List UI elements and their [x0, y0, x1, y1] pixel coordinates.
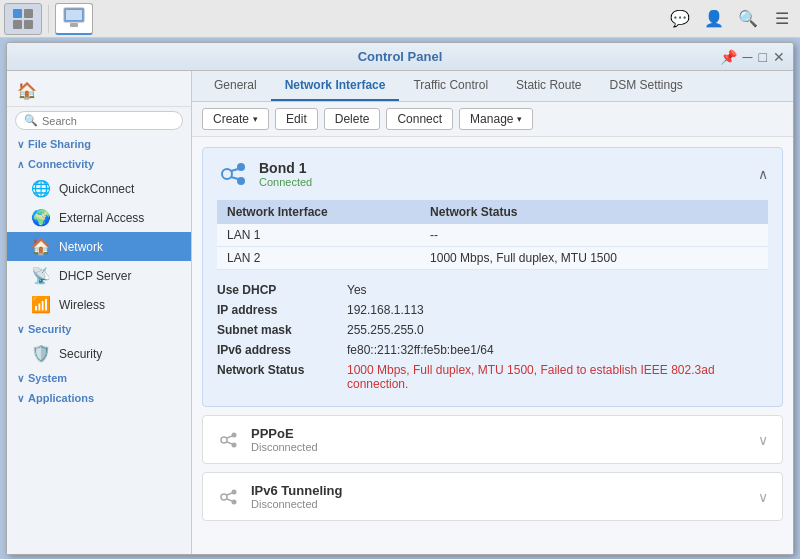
detail-value-ipv6: fe80::211:32ff:fe5b:bee1/64 [347, 343, 494, 357]
sidebar-section-system[interactable]: ∨ System [7, 368, 191, 388]
connect-button[interactable]: Connect [386, 108, 453, 130]
sidebar-section-label: Applications [28, 392, 94, 404]
pppoe-card[interactable]: PPPoE Disconnected ∨ [202, 415, 783, 464]
sidebar-item-wireless[interactable]: 📶 Wireless [7, 290, 191, 319]
dhcp-icon: 📡 [31, 266, 51, 285]
sidebar-item-network[interactable]: 🏠 Network [7, 232, 191, 261]
sidebar-section-label: Connectivity [28, 158, 94, 170]
create-button[interactable]: Create ▾ [202, 108, 269, 130]
chevron-down-icon: ∨ [17, 139, 24, 150]
maximize-button[interactable]: □ [759, 49, 767, 65]
close-button[interactable]: ✕ [773, 49, 785, 65]
ipv6-tunneling-chevron-icon[interactable]: ∨ [758, 489, 768, 505]
tab-traffic-control[interactable]: Traffic Control [399, 71, 502, 101]
search-icon: 🔍 [24, 114, 38, 127]
sidebar-section-connectivity[interactable]: ∧ Connectivity [7, 154, 191, 174]
sidebar-item-quickconnect[interactable]: 🌐 QuickConnect [7, 174, 191, 203]
user-icon[interactable]: 👤 [700, 5, 728, 33]
bond1-card: Bond 1 Connected ∧ Network Interface Net… [202, 147, 783, 407]
svg-rect-5 [66, 10, 82, 20]
ipv6-tunneling-status: Disconnected [251, 498, 343, 510]
svg-point-14 [232, 442, 237, 447]
svg-point-18 [232, 489, 237, 494]
sidebar-section-applications[interactable]: ∨ Applications [7, 388, 191, 408]
tab-dsm-settings[interactable]: DSM Settings [595, 71, 696, 101]
taskbar-app-control-panel[interactable] [55, 3, 93, 35]
tab-general[interactable]: General [200, 71, 271, 101]
chevron-down-icon: ∨ [17, 393, 24, 404]
ipv6-tunneling-info: IPv6 Tunneling Disconnected [251, 483, 343, 510]
chat-icon[interactable]: 💬 [666, 5, 694, 33]
svg-rect-3 [24, 20, 33, 29]
menu-icon[interactable]: ☰ [768, 5, 796, 33]
control-panel-window: Control Panel 📌 ─ □ ✕ 🏠 🔍 ∨ File Sharing [6, 42, 794, 555]
table-row: LAN 2 1000 Mbps, Full duplex, MTU 1500 [217, 247, 768, 270]
table-cell-interface: LAN 1 [217, 224, 420, 247]
manage-button[interactable]: Manage ▾ [459, 108, 533, 130]
svg-rect-2 [13, 20, 22, 29]
bond1-chevron-icon[interactable]: ∧ [758, 166, 768, 182]
bond1-body: Network Interface Network Status LAN 1 -… [203, 200, 782, 406]
svg-line-11 [231, 177, 238, 179]
tab-network-interface[interactable]: Network Interface [271, 71, 400, 101]
sidebar-section-file-sharing[interactable]: ∨ File Sharing [7, 134, 191, 154]
chevron-down-icon: ∨ [17, 373, 24, 384]
pppoe-info: PPPoE Disconnected [251, 426, 318, 453]
svg-rect-0 [13, 9, 22, 18]
network-icon: 🏠 [31, 237, 51, 256]
sidebar-item-label: DHCP Server [59, 269, 131, 283]
sidebar-section-label: System [28, 372, 67, 384]
manage-dropdown-icon: ▾ [517, 114, 522, 124]
security-icon: 🛡️ [31, 344, 51, 363]
external-access-icon: 🌍 [31, 208, 51, 227]
svg-point-7 [222, 169, 232, 179]
bond1-header[interactable]: Bond 1 Connected ∧ [203, 148, 782, 200]
detail-value-ip: 192.168.1.113 [347, 303, 424, 317]
sidebar-item-dhcp-server[interactable]: 📡 DHCP Server [7, 261, 191, 290]
taskbar-separator [48, 5, 49, 33]
svg-line-21 [227, 499, 232, 501]
ipv6-tunneling-title: IPv6 Tunneling [251, 483, 343, 498]
window-body: 🏠 🔍 ∨ File Sharing ∧ Connectivity 🌐 Quic… [7, 71, 793, 554]
sidebar-item-security[interactable]: 🛡️ Security [7, 339, 191, 368]
wireless-icon: 📶 [31, 295, 51, 314]
tab-static-route[interactable]: Static Route [502, 71, 595, 101]
table-cell-status: 1000 Mbps, Full duplex, MTU 1500 [420, 247, 768, 270]
detail-label-ip: IP address [217, 303, 347, 317]
detail-subnet-mask: Subnet mask 255.255.255.0 [217, 320, 768, 340]
sidebar: 🏠 🔍 ∨ File Sharing ∧ Connectivity 🌐 Quic… [7, 71, 192, 554]
search-box[interactable]: 🔍 [15, 111, 183, 130]
sidebar-item-external-access[interactable]: 🌍 External Access [7, 203, 191, 232]
content-area: Bond 1 Connected ∧ Network Interface Net… [192, 137, 793, 554]
toolbar: Create ▾ Edit Delete Connect Manage ▾ [192, 102, 793, 137]
search-input[interactable] [42, 115, 174, 127]
detail-value-net-status: 1000 Mbps, Full duplex, MTU 1500, Failed… [347, 363, 768, 391]
detail-value-dhcp: Yes [347, 283, 367, 297]
pin-button[interactable]: 📌 [720, 49, 737, 65]
bond1-status: Connected [259, 176, 312, 188]
window-title: Control Panel [358, 49, 443, 64]
detail-label-net-status: Network Status [217, 363, 347, 391]
table-cell-interface: LAN 2 [217, 247, 420, 270]
quickconnect-icon: 🌐 [31, 179, 51, 198]
chevron-up-icon: ∧ [17, 159, 24, 170]
svg-line-15 [227, 436, 232, 438]
create-dropdown-icon: ▾ [253, 114, 258, 124]
sidebar-section-security[interactable]: ∨ Security [7, 319, 191, 339]
taskbar-app-1[interactable] [4, 3, 42, 35]
pppoe-chevron-icon[interactable]: ∨ [758, 432, 768, 448]
home-button[interactable]: 🏠 [7, 75, 191, 107]
ipv6-tunneling-card[interactable]: IPv6 Tunneling Disconnected ∨ [202, 472, 783, 521]
svg-point-13 [232, 432, 237, 437]
search-taskbar-icon[interactable]: 🔍 [734, 5, 762, 33]
svg-point-17 [221, 494, 227, 500]
minimize-button[interactable]: ─ [743, 49, 753, 65]
edit-button[interactable]: Edit [275, 108, 318, 130]
bond1-info: Bond 1 Connected [259, 160, 312, 188]
delete-button[interactable]: Delete [324, 108, 381, 130]
network-table: Network Interface Network Status LAN 1 -… [217, 200, 768, 270]
detail-ipv6-address: IPv6 address fe80::211:32ff:fe5b:bee1/64 [217, 340, 768, 360]
pppoe-title: PPPoE [251, 426, 318, 441]
svg-rect-1 [24, 9, 33, 18]
detail-label-ipv6: IPv6 address [217, 343, 347, 357]
